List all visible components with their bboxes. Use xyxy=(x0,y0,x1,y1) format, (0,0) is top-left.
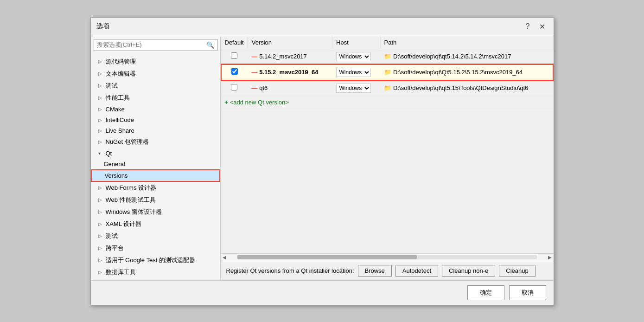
cleanup-non-button[interactable]: Cleanup non-e xyxy=(442,265,495,277)
path-cell: 📁D:\soft\develop\qt\qt5.15\Tools\QtDesig… xyxy=(380,80,553,96)
sidebar-item-source-control[interactable]: ▷源代码管理 xyxy=(91,56,220,68)
scrollbar-thumb xyxy=(237,255,417,259)
col-path: Path xyxy=(380,36,553,49)
add-version-cell: + <add new Qt version> xyxy=(221,96,553,109)
arrow-icon: ▷ xyxy=(98,245,104,251)
search-box[interactable]: 🔍 xyxy=(94,39,217,51)
sidebar-item-google-test[interactable]: ▷适用于 Google Test 的测试适配器 xyxy=(91,254,220,266)
sidebar-item-xaml[interactable]: ▷XAML 设计器 xyxy=(91,218,220,230)
default-checkbox[interactable] xyxy=(231,52,237,59)
sidebar-item-label: IntelliCode xyxy=(106,116,134,123)
cancel-button[interactable]: 取消 xyxy=(509,285,546,300)
version-label: 5.14.2_msvc2017 xyxy=(259,53,307,60)
arrow-icon: ▷ xyxy=(98,221,104,226)
sidebar-item-label: 源代码管理 xyxy=(106,58,136,66)
sidebar-item-web-perf[interactable]: ▷Web 性能测试工具 xyxy=(91,194,220,206)
ok-button[interactable]: 确定 xyxy=(467,285,504,300)
title-controls: ? ✕ xyxy=(523,21,548,32)
host-select[interactable]: Windows xyxy=(336,84,371,93)
version-label: 5.15.2_msvc2019_64 xyxy=(259,69,318,76)
options-dialog: 选项 ? ✕ 🔍 ▷源代码管理▷文本编辑器▷调试▷性能工具▷CMake▷Inte… xyxy=(90,17,554,305)
sidebar-item-windows-forms[interactable]: ▷Windows 窗体设计器 xyxy=(91,206,220,218)
sidebar-item-qt[interactable]: ▾Qt xyxy=(91,148,220,159)
col-default: Default xyxy=(221,36,248,49)
arrow-icon: ▷ xyxy=(98,233,104,238)
host-select[interactable]: Windows xyxy=(336,52,371,61)
host-cell: Windows xyxy=(332,80,381,96)
add-version-row[interactable]: + <add new Qt version> xyxy=(221,96,553,109)
sidebar-item-qt-general[interactable]: General xyxy=(91,159,220,169)
sidebar-item-label: 适用于 Google Test 的测试适配器 xyxy=(106,256,195,264)
default-checkbox-cell xyxy=(221,49,248,64)
arrow-icon: ▷ xyxy=(98,95,104,100)
sidebar-item-label: Web 性能测试工具 xyxy=(106,196,156,204)
version-cell: —5.14.2_msvc2017 xyxy=(248,49,332,64)
table-row[interactable]: —5.15.2_msvc2019_64Windows📁D:\soft\devel… xyxy=(221,64,553,80)
horizontal-scrollbar-area[interactable]: ◀ ▶ xyxy=(221,253,554,261)
arrow-icon: ▷ xyxy=(98,83,104,88)
sidebar-item-cmake[interactable]: ▷CMake xyxy=(91,104,220,115)
arrow-icon: ▷ xyxy=(98,59,104,64)
path-label: D:\soft\develop\qt\qt5.14.2\5.14.2\msvc2… xyxy=(393,53,511,60)
sidebar-item-test[interactable]: ▷测试 xyxy=(91,230,220,242)
scroll-left-arrow[interactable]: ◀ xyxy=(221,255,228,260)
dialog-footer: 确定 取消 xyxy=(91,280,554,305)
search-input[interactable] xyxy=(97,41,206,48)
content-area: Default Version Host Path —5.14.2_msvc20… xyxy=(221,36,554,280)
arrow-icon: ▷ xyxy=(98,197,104,202)
sidebar-item-text-editor[interactable]: ▷文本编辑器 xyxy=(91,68,220,80)
path-cell: 📁D:\soft\develop\qt\Qt5.15.2\5.15.2\msvc… xyxy=(380,64,553,80)
sidebar-item-label: 测试 xyxy=(106,232,118,240)
scroll-right-arrow[interactable]: ▶ xyxy=(546,255,554,260)
version-cell: —5.15.2_msvc2019_64 xyxy=(248,64,332,80)
title-bar: 选项 ? ✕ xyxy=(91,18,554,36)
sidebar-item-label: NuGet 包管理器 xyxy=(106,138,149,146)
default-checkbox[interactable] xyxy=(231,68,238,75)
sidebar-item-label: Versions xyxy=(105,172,128,179)
sidebar-item-live-share[interactable]: ▷Live Share xyxy=(91,125,220,136)
arrow-icon: ▷ xyxy=(98,258,104,263)
arrow-icon: ▷ xyxy=(98,139,104,144)
sidebar-item-perf-tools[interactable]: ▷性能工具 xyxy=(91,92,220,104)
sidebar-item-label: Live Share xyxy=(106,127,134,134)
folder-icon: 📁 xyxy=(384,84,391,91)
qt-versions-table-area: Default Version Host Path —5.14.2_msvc20… xyxy=(221,36,554,261)
sidebar-item-db-tools[interactable]: ▷数据库工具 xyxy=(91,266,220,278)
table-row[interactable]: —5.14.2_msvc2017Windows📁D:\soft\develop\… xyxy=(221,49,553,64)
register-bar: Register Qt versions from a Qt installer… xyxy=(221,261,554,280)
sidebar-list: ▷源代码管理▷文本编辑器▷调试▷性能工具▷CMake▷IntelliCode▷L… xyxy=(91,54,220,280)
versions-table: Default Version Host Path —5.14.2_msvc20… xyxy=(221,36,554,109)
close-button[interactable]: ✕ xyxy=(536,21,548,32)
default-checkbox[interactable] xyxy=(231,84,237,90)
cleanup-button[interactable]: Cleanup xyxy=(499,265,535,277)
arrow-icon: ▷ xyxy=(98,209,104,214)
dash-icon: — xyxy=(251,69,257,76)
dialog-body: 🔍 ▷源代码管理▷文本编辑器▷调试▷性能工具▷CMake▷IntelliCode… xyxy=(91,36,554,280)
sidebar-item-label: Qt xyxy=(106,150,112,157)
col-version: Version xyxy=(248,36,332,49)
sidebar-item-label: CMake xyxy=(106,106,125,113)
table-row[interactable]: —qt6Windows📁D:\soft\develop\qt\qt5.15\To… xyxy=(221,80,553,96)
sidebar-item-debug[interactable]: ▷调试 xyxy=(91,80,220,92)
sidebar-item-nuget[interactable]: ▷NuGet 包管理器 xyxy=(91,136,220,148)
arrow-icon: ▷ xyxy=(98,117,104,122)
autodetect-button[interactable]: Autodetect xyxy=(395,265,438,277)
host-cell: Windows xyxy=(332,64,381,80)
host-select[interactable]: Windows xyxy=(336,68,371,77)
help-button[interactable]: ? xyxy=(523,21,533,32)
table-wrapper[interactable]: Default Version Host Path —5.14.2_msvc20… xyxy=(221,36,554,253)
sidebar-item-intellicode[interactable]: ▷IntelliCode xyxy=(91,115,220,125)
dash-icon: — xyxy=(251,84,257,91)
browse-button[interactable]: Browse xyxy=(358,265,392,277)
sidebar-item-label: 性能工具 xyxy=(106,94,130,102)
dialog-title: 选项 xyxy=(96,22,109,31)
path-label: D:\soft\develop\qt\qt5.15\Tools\QtDesign… xyxy=(393,84,528,91)
horizontal-scrollbar[interactable] xyxy=(237,255,537,259)
sidebar-item-web-forms[interactable]: ▷Web Forms 设计器 xyxy=(91,182,220,194)
sidebar-item-label: General xyxy=(104,161,125,167)
sidebar-item-cross-platform[interactable]: ▷跨平台 xyxy=(91,242,220,254)
arrow-icon: ▷ xyxy=(98,270,104,275)
add-qt-version-button[interactable]: + <add new Qt version> xyxy=(225,99,289,106)
sidebar-item-qt-versions[interactable]: Versions xyxy=(91,169,220,182)
default-checkbox-cell xyxy=(221,80,248,96)
